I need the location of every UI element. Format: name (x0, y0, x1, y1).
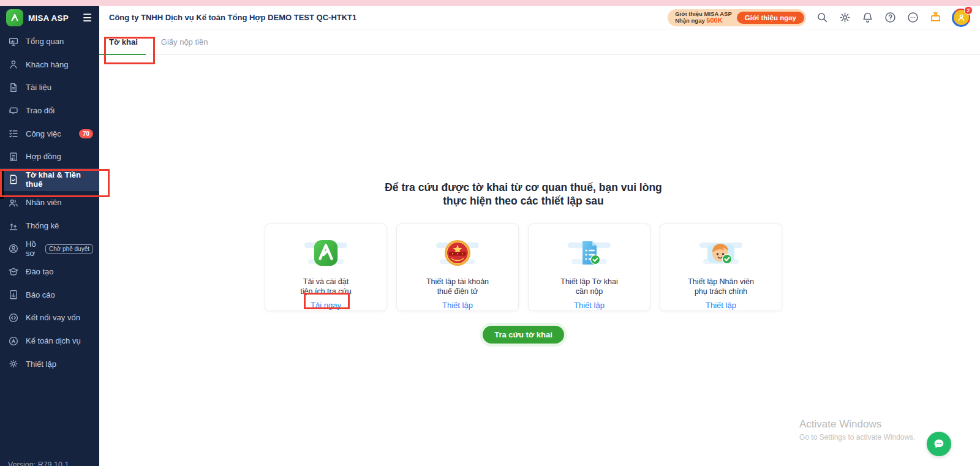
search-icon[interactable] (816, 11, 829, 24)
app-window: MISA ASP ☰ Tổng quan Khách hàng Tài liệu… (0, 0, 980, 466)
statistics-icon (8, 220, 19, 231)
misa-logo-icon (6, 9, 23, 26)
sidebar-item-label: Hợp đồng (26, 152, 61, 161)
employee-avatar-icon (706, 238, 736, 268)
sidebar-item-tong-quan[interactable]: Tổng quan (0, 30, 99, 53)
sidebar-item-to-khai-tien-thue[interactable]: Tờ khai & Tiền thuế (0, 168, 99, 192)
sidebar-item-nhan-vien[interactable]: Nhân viên (0, 191, 99, 214)
sidebar-item-ket-noi-vay-von[interactable]: Kết nối vay vốn (0, 306, 99, 329)
sidebar-item-khach-hang[interactable]: Khách hàng (0, 53, 99, 77)
tasks-icon (8, 128, 19, 139)
sidebar-header: MISA ASP ☰ (0, 6, 99, 29)
sidebar-item-bao-cao[interactable]: Báo cáo (0, 284, 99, 307)
tax-emblem-icon (442, 238, 473, 268)
support-chat-button[interactable] (927, 432, 951, 456)
sidebar-menu: Tổng quan Khách hàng Tài liệu Trao đổi C… (0, 30, 99, 375)
pending-approval-badge: Chờ phê duyệt (45, 244, 93, 254)
card-title: Thiết lập Tờ khai cần nộp (560, 277, 617, 296)
accounting-service-icon (8, 336, 19, 347)
promo-text: Giới thiệu MISA ASP Nhận ngay 500K (675, 11, 732, 24)
heading-line1: Để tra cứu được tờ khai từ cơ quan thuế,… (265, 181, 782, 194)
customer-icon (8, 59, 19, 70)
version-label: Version: R79.10.1 (8, 460, 69, 466)
sidebar-item-label: Tờ khai & Tiền thuế (26, 170, 93, 189)
sidebar-item-label: Tài liệu (26, 83, 51, 92)
tab-bar: Tờ khai Giấy nộp tiền (99, 29, 980, 55)
sidebar-item-label: Báo cáo (26, 290, 55, 299)
sidebar-item-dao-tao[interactable]: Đào tạo (0, 260, 99, 284)
contract-icon (8, 151, 19, 162)
setup-declarations-link[interactable]: Thiết lập (574, 301, 605, 310)
header-actions: Giới thiệu MISA ASP Nhận ngay 500K Giới … (668, 9, 970, 27)
card-declarations: Thiết lập Tờ khai cần nộp Thiết lập (528, 224, 650, 311)
download-now-link[interactable]: Tải ngay (311, 301, 341, 310)
referral-promo-pill: Giới thiệu MISA ASP Nhận ngay 500K Giới … (668, 9, 806, 26)
declaration-doc-icon (574, 238, 605, 268)
report-icon (8, 289, 19, 300)
whats-new-icon[interactable] (929, 11, 942, 24)
help-icon[interactable] (884, 11, 897, 24)
employees-icon (8, 197, 19, 208)
sidebar-item-label: Kết nối vay vốn (26, 313, 80, 322)
setup-column: Để tra cứu được tờ khai từ cơ quan thuế,… (265, 181, 782, 344)
search-declarations-button[interactable]: Tra cứu tờ khai (483, 326, 564, 344)
setup-tax-account-link[interactable]: Thiết lập (442, 301, 473, 310)
profile-icon (8, 243, 19, 254)
sidebar-item-cong-viec[interactable]: Công việc 70 (0, 122, 99, 145)
gear-icon[interactable] (839, 11, 851, 24)
sidebar-item-label: Nhân viên (26, 198, 62, 207)
card-tax-account: Thiết lập tài khoản thuế điện tử Thiết l… (396, 224, 519, 311)
sidebar-item-label: Đào tạo (26, 267, 54, 276)
chat-bubble-icon (932, 437, 946, 451)
sidebar-item-label: Kế toán dịch vụ (26, 336, 81, 345)
sidebar-item-tai-lieu[interactable]: Tài liệu (0, 76, 99, 99)
setup-employee-link[interactable]: Thiết lập (706, 301, 736, 310)
card-install-tool: Tải và cài đặt tiện ích tra cứu Tải ngay (265, 224, 387, 311)
settings-icon (8, 358, 19, 369)
hamburger-menu-icon[interactable]: ☰ (83, 12, 92, 24)
sidebar-item-label: Trao đổi (26, 106, 55, 115)
sidebar-item-thiet-lap[interactable]: Thiết lập (0, 352, 99, 375)
refer-now-button[interactable]: Giới thiệu ngay (737, 12, 804, 24)
card-title: Thiết lập Nhân viên phụ trách chính (688, 277, 754, 296)
heading-line2: thực hiện theo các thiết lập sau (265, 194, 782, 208)
sidebar-item-hop-dong[interactable]: Hợp đồng (0, 145, 99, 168)
bell-icon[interactable] (861, 11, 874, 24)
sidebar-item-label: Thiết lập (26, 359, 56, 369)
sidebar-item-label: Khách hàng (26, 60, 68, 69)
main-content: Để tra cứu được tờ khai từ cơ quan thuế,… (99, 55, 980, 466)
header: Công ty TNHH Dịch vụ Kế toán Tổng Hợp DE… (99, 6, 980, 29)
sidebar-item-label: Hồ sơ (26, 239, 39, 258)
sidebar: MISA ASP ☰ Tổng quan Khách hàng Tài liệu… (0, 6, 99, 466)
sidebar-item-label: Tổng quan (26, 37, 64, 46)
more-icon[interactable] (907, 11, 919, 24)
sidebar-item-label: Công việc (26, 129, 61, 138)
top-pink-strip (0, 0, 980, 6)
sidebar-item-ke-toan-dich-vu[interactable]: Kế toán dịch vụ (0, 329, 99, 353)
card-title: Thiết lập tài khoản thuế điện tử (426, 277, 489, 296)
watermark-line1: Activate Windows (799, 418, 915, 430)
windows-watermark: Activate Windows Go to Settings to activ… (799, 418, 915, 442)
user-avatar[interactable]: 2 (952, 9, 970, 27)
card-main-employee: Thiết lập Nhân viên phụ trách chính Thiế… (660, 224, 782, 311)
tab-giay-nop-tien[interactable]: Giấy nộp tiền (161, 37, 208, 47)
chat-icon (8, 105, 19, 116)
promo-line1: Giới thiệu MISA ASP (675, 11, 732, 18)
declaration-icon (8, 174, 19, 185)
notification-count-badge: 2 (964, 6, 973, 15)
sidebar-item-thong-ke[interactable]: Thống kê (0, 214, 99, 238)
misa-tool-icon (311, 238, 341, 268)
watermark-line2: Go to Settings to activate Windows. (799, 433, 915, 442)
sidebar-item-label: Thống kê (26, 221, 59, 230)
training-icon (8, 266, 19, 277)
promo-line2: Nhận ngay 500K (675, 17, 732, 24)
sidebar-item-ho-so[interactable]: Hồ sơ Chờ phê duyệt (0, 237, 99, 260)
document-icon (8, 82, 19, 93)
loan-icon (8, 312, 19, 323)
sidebar-item-trao-doi[interactable]: Trao đổi (0, 99, 99, 122)
company-name: Công ty TNHH Dịch vụ Kế toán Tổng Hợp DE… (109, 13, 356, 22)
tab-to-khai[interactable]: Tờ khai (109, 37, 138, 47)
page-heading: Để tra cứu được tờ khai từ cơ quan thuế,… (265, 181, 782, 208)
task-count-badge: 70 (79, 129, 93, 138)
monitor-icon (8, 36, 19, 47)
